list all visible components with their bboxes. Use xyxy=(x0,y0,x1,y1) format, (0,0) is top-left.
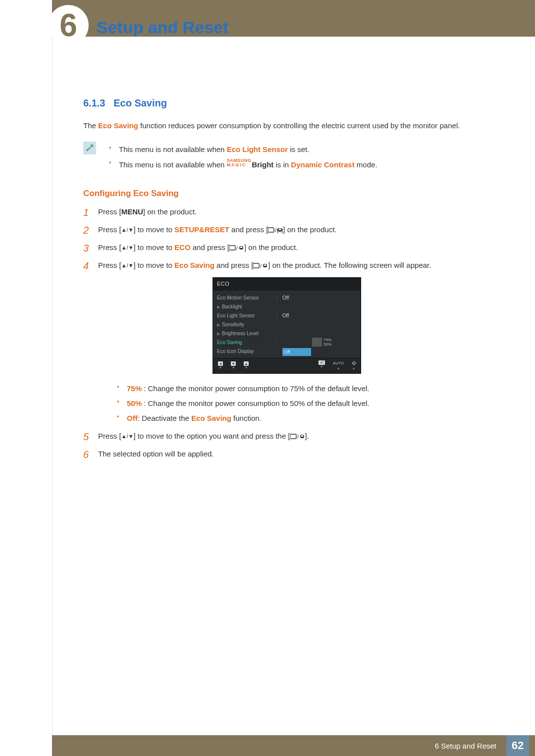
osd-nav-left-icon: ◂▾ xyxy=(218,361,223,369)
step-text: ] to move to xyxy=(134,225,175,234)
menu-button-label: MENU xyxy=(121,207,143,216)
osd-row-label: Eco Icon Display xyxy=(217,348,276,355)
option-term: 50% xyxy=(127,399,142,407)
osd-auto-label: AUTO▾ xyxy=(333,360,344,370)
option-text: : Deactivate the xyxy=(138,414,191,422)
option-item: Off: Deactivate the Eco Saving function. xyxy=(113,412,476,424)
enter-source-icon: / xyxy=(290,432,305,440)
osd-row-label: Eco Motion Sensor xyxy=(217,294,276,302)
enter-source-icon: / xyxy=(268,225,283,234)
option-item: 75% : Change the monitor power consumpti… xyxy=(113,383,476,395)
osd-active-options: 75%50% xyxy=(282,339,352,346)
note-item: This menu is not available when Eco Ligh… xyxy=(105,144,377,155)
step-number: 1 xyxy=(83,204,89,220)
svg-text:/: / xyxy=(275,227,277,233)
osd-selected-value: Off xyxy=(282,348,311,356)
step-number: 3 xyxy=(83,240,89,256)
step-text: ] to move to the option you want and pre… xyxy=(134,432,290,440)
osd-body: Eco Motion Sensor:Off ▶Backlight Eco Lig… xyxy=(213,291,361,358)
enter-source-icon: / xyxy=(229,243,244,252)
osd-footer: ◂▾ ▾▾ ▴▾ ⏎▾ AUTO▾ ⏻▾ xyxy=(213,358,361,373)
up-down-arrows-icon: ▲/▼ xyxy=(121,433,134,439)
osd-row-value: Off xyxy=(282,294,289,302)
osd-power-icon: ⏻▾ xyxy=(352,360,356,370)
option-text: function. xyxy=(231,414,262,422)
osd-enter-icon: ⏎▾ xyxy=(319,360,325,370)
up-down-arrows-icon: ▲/▼ xyxy=(121,245,134,251)
step-text: Press [ xyxy=(98,225,121,234)
intro-term: Eco Saving xyxy=(98,121,138,130)
step-number: 6 xyxy=(83,447,89,462)
svg-rect-8 xyxy=(253,263,259,268)
section-title: Eco Saving xyxy=(113,98,167,108)
section-heading: 6.1.3 Eco Saving xyxy=(83,95,476,111)
intro-paragraph: The Eco Saving function reduces power co… xyxy=(83,120,476,132)
svg-rect-4 xyxy=(229,246,235,250)
step-text: ]. xyxy=(305,432,309,440)
note-text: This menu is not available when xyxy=(119,160,227,169)
note-text: This menu is not available when xyxy=(119,145,227,153)
osd-row-label-active: Eco Saving xyxy=(217,339,276,347)
svg-rect-0 xyxy=(268,228,274,232)
note-text: mode. xyxy=(355,160,377,169)
osd-nav-up-icon: ▴▾ xyxy=(244,361,249,369)
option-term: Off xyxy=(127,414,138,422)
step-text: Press [ xyxy=(98,261,121,269)
step-text: and press [ xyxy=(191,243,229,252)
step-text: Press [ xyxy=(98,243,121,252)
svg-rect-12 xyxy=(290,434,296,439)
step-text: ] to move to xyxy=(134,243,175,252)
step-number: 5 xyxy=(83,429,89,445)
osd-row-label: ▶Brightness Level xyxy=(217,330,276,338)
note-icon xyxy=(83,142,96,154)
step-term: SETUP&RESET xyxy=(174,225,229,234)
step-text: ] on the product. xyxy=(143,207,197,216)
svg-rect-7 xyxy=(240,247,242,248)
osd-row-label: ▶Sensitivity xyxy=(217,321,276,329)
intro-text-pre: The xyxy=(83,121,98,130)
note-text: is set. xyxy=(288,145,309,153)
step-item: 5 Press [▲/▼] to move to the option you … xyxy=(83,430,476,442)
step-item: 6 The selected option will be applied. xyxy=(83,448,476,460)
chapter-number-badge: 6 xyxy=(48,5,89,46)
step-text: ] on the product. xyxy=(283,225,336,234)
steps-list: 1 Press [MENU] on the product. 2 Press [… xyxy=(83,206,476,459)
svg-text:/: / xyxy=(236,245,238,251)
svg-rect-3 xyxy=(279,229,281,230)
osd-row-value: Off xyxy=(282,312,289,320)
options-list: 75% : Change the monitor power consumpti… xyxy=(113,383,476,424)
intro-text-post: function reduces power consumption by co… xyxy=(138,121,460,130)
step-text: The selected option will be applied. xyxy=(98,450,214,458)
option-item: 50% : Change the monitor power consumpti… xyxy=(113,398,476,409)
note-term: Eco Light Sensor xyxy=(227,145,288,153)
note-text: is in xyxy=(273,160,291,169)
step-item: 1 Press [MENU] on the product. xyxy=(83,206,476,218)
step-item: 4 Press [▲/▼] to move to Eco Saving and … xyxy=(83,259,476,424)
note-term: Bright xyxy=(252,160,273,169)
page-content: 6.1.3 Eco Saving The Eco Saving function… xyxy=(83,95,476,460)
samsung-magic-logo: SAMSUNGMAGIC xyxy=(227,158,252,167)
up-down-arrows-icon: ▲/▼ xyxy=(121,262,134,268)
step-term: ECO xyxy=(174,243,191,252)
osd-screenshot: ECO Eco Motion Sensor:Off ▶Backlight Eco… xyxy=(213,277,361,373)
step-text: Press [ xyxy=(98,432,121,440)
osd-row-label: Eco Light Sensor xyxy=(217,312,276,320)
step-number: 2 xyxy=(83,222,89,238)
svg-rect-11 xyxy=(264,264,267,266)
osd-nav-down-icon: ▾▾ xyxy=(231,361,236,369)
step-text: and press [ xyxy=(229,225,268,234)
option-term: Eco Saving xyxy=(191,414,231,422)
chapter-header: 6 Setup and Reset xyxy=(0,0,535,46)
note-list: This menu is not available when Eco Ligh… xyxy=(105,141,377,174)
option-text: : Change the monitor power consumption t… xyxy=(142,384,369,393)
step-number: 4 xyxy=(83,258,89,274)
svg-rect-15 xyxy=(301,435,303,437)
step-text: ] on the product. The following screen w… xyxy=(268,261,431,269)
step-text: ] on the product. xyxy=(244,243,298,252)
chapter-title: Setup and Reset xyxy=(97,18,228,37)
note-term: Dynamic Contrast xyxy=(291,160,354,169)
svg-text:/: / xyxy=(297,434,299,440)
section-number: 6.1.3 xyxy=(83,98,105,108)
step-term: Eco Saving xyxy=(174,261,214,269)
step-item: 3 Press [▲/▼] to move to ECO and press [… xyxy=(83,242,476,253)
